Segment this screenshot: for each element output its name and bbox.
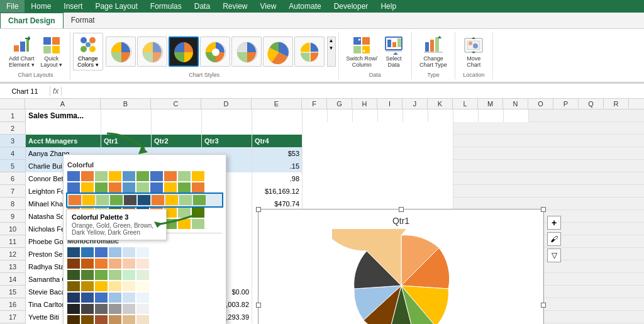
chart-style-4[interactable] — [200, 36, 230, 67]
chart-style-5[interactable] — [231, 36, 262, 67]
cell-n1[interactable] — [504, 109, 529, 122]
cell-b3[interactable]: Qtr1 — [101, 135, 152, 147]
col-e[interactable]: E — [252, 99, 302, 109]
col-g[interactable]: G — [327, 99, 352, 109]
menu-home[interactable]: Home — [25, 0, 57, 13]
cell-c3[interactable]: Qtr2 — [152, 135, 202, 147]
chart-handle-tm[interactable] — [399, 207, 404, 212]
menu-developer[interactable]: Developer — [328, 0, 375, 13]
name-box[interactable]: Chart 11 — [0, 86, 50, 96]
col-r[interactable]: R — [604, 99, 629, 109]
color-swatch[interactable] — [109, 270, 121, 280]
select-data-button[interactable]: SelectData — [381, 34, 406, 69]
row-9[interactable]: 9 — [0, 210, 25, 223]
color-swatch[interactable] — [136, 259, 149, 269]
color-swatch[interactable] — [192, 182, 204, 193]
col-j[interactable]: J — [402, 99, 428, 109]
cell-a1[interactable]: Sales Summa... — [26, 109, 101, 122]
cell-c2[interactable] — [152, 122, 202, 135]
col-l[interactable]: L — [453, 99, 478, 109]
cell-e1[interactable] — [252, 109, 303, 122]
color-swatch[interactable] — [123, 171, 135, 181]
color-swatch[interactable] — [109, 315, 121, 324]
col-c[interactable]: C — [151, 99, 201, 109]
tab-format[interactable]: Format — [64, 13, 103, 28]
row-16[interactable]: 16 — [0, 298, 25, 311]
color-swatch[interactable] — [81, 304, 94, 314]
color-swatch[interactable] — [136, 304, 149, 314]
color-swatch[interactable] — [109, 259, 121, 269]
chart-add-element-button[interactable]: + — [547, 216, 561, 230]
color-swatch[interactable] — [81, 281, 94, 291]
color-swatch[interactable] — [123, 247, 135, 257]
row-11[interactable]: 11 — [0, 235, 25, 248]
color-swatch[interactable] — [67, 304, 80, 314]
row-1[interactable]: 1 — [0, 109, 25, 122]
cell-g1[interactable] — [328, 109, 353, 122]
color-swatch[interactable] — [123, 304, 135, 314]
color-swatch[interactable] — [67, 270, 80, 280]
chart-style-button[interactable]: 🖌 — [547, 232, 561, 246]
color-swatch[interactable] — [150, 171, 163, 181]
row-3[interactable]: 3 — [0, 135, 25, 147]
row-12[interactable]: 12 — [0, 248, 25, 260]
cell-rest6[interactable] — [303, 172, 453, 185]
color-swatch[interactable] — [138, 195, 150, 205]
row-15[interactable]: 15 — [0, 286, 25, 298]
color-swatch[interactable] — [67, 171, 80, 181]
color-swatch[interactable] — [123, 293, 135, 303]
cell-d1[interactable] — [202, 109, 252, 122]
color-swatch[interactable] — [95, 247, 108, 257]
cell-i1[interactable] — [378, 109, 403, 122]
row-4[interactable]: 4 — [0, 147, 25, 160]
color-swatch[interactable] — [96, 195, 109, 205]
switch-row-col-button[interactable]: Switch Row/Column — [344, 34, 380, 69]
color-swatch[interactable] — [95, 270, 108, 280]
cell-e4[interactable]: $53 — [252, 147, 303, 160]
color-swatch[interactable] — [178, 171, 191, 181]
color-swatch[interactable] — [81, 182, 94, 193]
cell-e2[interactable] — [252, 122, 303, 135]
cell-f1[interactable] — [303, 109, 328, 122]
cell-rest3[interactable] — [303, 135, 453, 147]
row-5[interactable]: 5 — [0, 160, 25, 172]
menu-automate[interactable]: Automate — [282, 0, 327, 13]
color-swatch[interactable] — [81, 293, 94, 303]
cell-e3[interactable]: Qtr4 — [252, 135, 303, 147]
col-d[interactable]: D — [201, 99, 252, 109]
cell-rest7[interactable] — [303, 185, 453, 198]
col-i[interactable]: I — [377, 99, 402, 109]
menu-page-layout[interactable]: Page Layout — [89, 0, 143, 13]
color-swatch[interactable] — [193, 195, 206, 205]
row-6[interactable]: 6 — [0, 172, 25, 185]
cell-d3[interactable]: Qtr3 — [202, 135, 252, 147]
cell-b1[interactable] — [101, 109, 152, 122]
color-swatch[interactable] — [67, 259, 80, 269]
color-swatch[interactable] — [124, 195, 136, 205]
color-swatch[interactable] — [178, 208, 191, 218]
col-k[interactable]: K — [428, 99, 453, 109]
color-swatch[interactable] — [136, 171, 149, 181]
menu-insert[interactable]: Insert — [57, 0, 89, 13]
menu-file[interactable]: File — [0, 0, 25, 13]
cell-l1[interactable] — [453, 109, 479, 122]
color-swatch[interactable] — [136, 182, 149, 193]
cell-j1[interactable] — [403, 109, 428, 122]
menu-formulas[interactable]: Formulas — [144, 0, 188, 13]
color-swatch[interactable] — [95, 315, 108, 324]
add-chart-element-button[interactable]: Add ChartElement ▾ — [6, 34, 37, 69]
row-14[interactable]: 14 — [0, 273, 25, 286]
menu-review[interactable]: Review — [216, 0, 253, 13]
color-swatch[interactable] — [164, 182, 177, 193]
color-swatch[interactable] — [136, 315, 149, 324]
formula-input[interactable] — [62, 90, 644, 92]
chart-style-3[interactable] — [169, 36, 199, 67]
chart-handle-mr[interactable] — [541, 303, 546, 308]
col-f[interactable]: F — [302, 99, 327, 109]
row-7[interactable]: 7 — [0, 185, 25, 198]
chart-handle-tl[interactable] — [256, 207, 261, 212]
cell-rest8[interactable] — [303, 198, 453, 210]
color-swatch[interactable] — [164, 171, 177, 181]
row-13[interactable]: 13 — [0, 260, 25, 273]
color-swatch[interactable] — [67, 281, 80, 291]
